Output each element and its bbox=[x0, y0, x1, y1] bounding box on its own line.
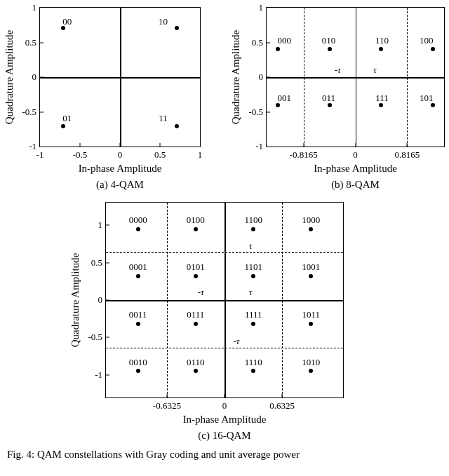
constellation-point bbox=[136, 369, 140, 373]
tau-label-pos: τ bbox=[249, 240, 253, 252]
tau-label-pos: τ bbox=[249, 287, 253, 298]
y-tick: 1 bbox=[98, 219, 103, 231]
constellation-point bbox=[251, 227, 255, 231]
gray-code-label: 000 bbox=[278, 35, 292, 46]
zero-axis-horizontal bbox=[106, 300, 343, 301]
gray-code-label: 1110 bbox=[245, 357, 262, 368]
constellation-point bbox=[431, 47, 435, 51]
decision-boundary bbox=[106, 252, 343, 253]
gray-code-label: 100 bbox=[420, 35, 434, 46]
constellation-point bbox=[194, 322, 198, 326]
y-tick: 0.5 bbox=[25, 37, 36, 48]
bottom-row: Quadrature Amplitude τ τ -τ -τ 0000 0100… bbox=[4, 202, 445, 442]
x-tick: 0.5 bbox=[154, 149, 166, 161]
gray-code-label: 1010 bbox=[302, 357, 320, 368]
gray-code-label: 1001 bbox=[302, 261, 320, 273]
constellation-point bbox=[379, 103, 383, 107]
gray-code-label: 1111 bbox=[245, 309, 262, 320]
constellation-point bbox=[251, 322, 255, 326]
constellation-point bbox=[431, 103, 435, 107]
gray-code-label: 0111 bbox=[187, 309, 204, 320]
decision-boundary bbox=[167, 203, 168, 397]
gray-code-label: 110 bbox=[375, 35, 389, 46]
subcaption-4qam: (a) 4-QAM bbox=[96, 179, 144, 191]
y-tick: -1 bbox=[255, 141, 263, 152]
constellation-point bbox=[194, 227, 198, 231]
x-axis-label: In-phase Amplitude bbox=[183, 414, 267, 426]
y-tick: 0 bbox=[98, 294, 103, 306]
constellation-point bbox=[309, 369, 313, 373]
constellation-point bbox=[175, 124, 179, 128]
tau-label-neg: -τ bbox=[198, 287, 204, 298]
x-tick: -1 bbox=[36, 149, 44, 161]
subcaption-16qam: (c) 16-QAM bbox=[198, 430, 250, 442]
y-axis-label: Quadrature Amplitude bbox=[230, 30, 242, 125]
gray-code-label: 11 bbox=[159, 113, 168, 124]
y-tick: -0.5 bbox=[88, 332, 102, 343]
x-tick: -0.6325 bbox=[153, 400, 181, 412]
y-tick: 0.5 bbox=[91, 257, 102, 268]
constellation-point bbox=[328, 47, 332, 51]
y-tick: 1 bbox=[32, 2, 37, 13]
constellation-point bbox=[61, 124, 65, 128]
gray-code-label: 010 bbox=[322, 35, 336, 46]
gray-code-label: 0110 bbox=[187, 357, 205, 368]
x-tick: -0.8165 bbox=[290, 149, 318, 161]
constellation-point bbox=[276, 103, 280, 107]
x-tick: -0.5 bbox=[73, 149, 88, 161]
x-tick: 0 bbox=[118, 149, 123, 161]
plot-8qam: Quadrature Amplitude -τ τ 000 010 110 10… bbox=[266, 7, 445, 147]
tau-label-neg: -τ bbox=[233, 336, 239, 347]
figure-caption: Fig. 4: QAM constellations with Gray cod… bbox=[4, 449, 445, 461]
constellation-point bbox=[309, 322, 313, 326]
constellation-point bbox=[194, 369, 198, 373]
zero-axis-horizontal bbox=[267, 77, 444, 79]
x-tick: 0.8165 bbox=[395, 149, 420, 161]
constellation-point bbox=[136, 227, 140, 231]
constellation-point bbox=[379, 47, 383, 51]
y-tick: 0.5 bbox=[252, 37, 263, 48]
tau-label-pos: τ bbox=[373, 64, 377, 76]
gray-code-label: 101 bbox=[420, 93, 434, 104]
zero-axis-horizontal bbox=[40, 77, 200, 79]
gray-code-label: 1100 bbox=[244, 215, 262, 226]
gray-code-label: 0000 bbox=[129, 215, 147, 226]
y-tick: -1 bbox=[95, 369, 102, 381]
x-axis-label: In-phase Amplitude bbox=[314, 163, 397, 175]
panel-16qam: Quadrature Amplitude τ τ -τ -τ 0000 0100… bbox=[105, 202, 344, 442]
constellation-point bbox=[309, 274, 313, 278]
y-axis-label: Quadrature Amplitude bbox=[69, 253, 81, 348]
subcaption-8qam: (b) 8-QAM bbox=[331, 179, 380, 191]
gray-code-label: 0010 bbox=[129, 357, 147, 368]
panel-8qam: Quadrature Amplitude -τ τ 000 010 110 10… bbox=[266, 7, 445, 191]
y-tick: -0.5 bbox=[22, 107, 36, 118]
constellation-point bbox=[175, 26, 179, 30]
y-tick: -0.5 bbox=[248, 107, 263, 118]
gray-code-label: 1000 bbox=[302, 215, 320, 226]
x-tick: 1 bbox=[198, 149, 203, 161]
constellation-point bbox=[136, 274, 140, 278]
plot-4qam: Quadrature Amplitude 00 10 01 11 -1 -0.5… bbox=[39, 7, 201, 147]
y-tick: 0 bbox=[259, 72, 264, 83]
gray-code-label: 00 bbox=[62, 16, 72, 27]
x-tick: 0 bbox=[222, 400, 227, 412]
constellation-point bbox=[276, 47, 280, 51]
y-tick: -1 bbox=[29, 141, 36, 152]
constellation-point bbox=[251, 274, 255, 278]
y-axis-label: Quadrature Amplitude bbox=[4, 30, 15, 125]
gray-code-label: 0100 bbox=[187, 215, 205, 226]
gray-code-label: 10 bbox=[159, 16, 168, 27]
constellation-point bbox=[251, 369, 255, 373]
panel-4qam: Quadrature Amplitude 00 10 01 11 -1 -0.5… bbox=[39, 7, 201, 191]
gray-code-label: 011 bbox=[322, 93, 335, 104]
tau-label-neg: -τ bbox=[335, 64, 341, 76]
gray-code-label: 111 bbox=[375, 93, 389, 104]
gray-code-label: 1011 bbox=[302, 309, 321, 320]
gray-code-label: 0011 bbox=[129, 309, 147, 320]
gray-code-label: 01 bbox=[62, 113, 72, 124]
x-axis-label: In-phase Amplitude bbox=[79, 163, 162, 175]
gray-code-label: 001 bbox=[278, 93, 292, 104]
constellation-point bbox=[194, 274, 198, 278]
decision-boundary bbox=[304, 8, 304, 147]
constellation-point bbox=[136, 322, 140, 326]
